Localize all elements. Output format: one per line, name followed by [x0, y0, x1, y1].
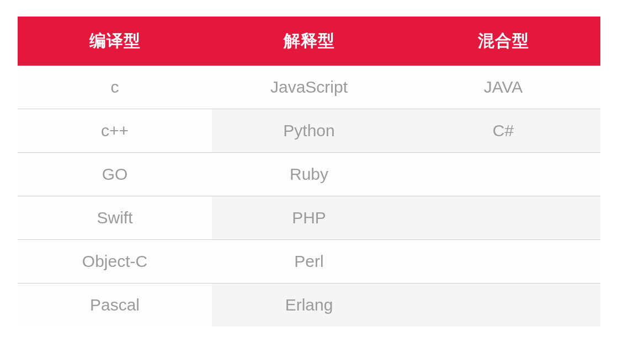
cell-interpreted: Python — [212, 109, 406, 153]
cell-interpreted: PHP — [212, 196, 406, 240]
header-hybrid: 混合型 — [406, 17, 600, 66]
cell-hybrid: JAVA — [406, 66, 600, 109]
header-interpreted: 解释型 — [212, 17, 406, 66]
table-row: c JavaScript JAVA — [18, 66, 600, 109]
cell-compiled: c — [18, 66, 212, 109]
cell-hybrid — [406, 153, 600, 196]
cell-interpreted: Erlang — [212, 283, 406, 327]
cell-hybrid — [406, 283, 600, 327]
table-row: Object-C Perl — [18, 240, 600, 283]
cell-compiled: Object-C — [18, 240, 212, 283]
cell-compiled: Swift — [18, 196, 212, 240]
table-header-row: 编译型 解释型 混合型 — [18, 17, 600, 66]
table: 编译型 解释型 混合型 c JavaScript JAVA c++ Python… — [18, 17, 600, 326]
table-row: GO Ruby — [18, 153, 600, 196]
cell-interpreted: Perl — [212, 240, 406, 283]
cell-compiled: Pascal — [18, 283, 212, 327]
cell-compiled: c++ — [18, 109, 212, 153]
cell-interpreted: Ruby — [212, 153, 406, 196]
cell-hybrid — [406, 196, 600, 240]
table-row: c++ Python C# — [18, 109, 600, 153]
cell-hybrid: C# — [406, 109, 600, 153]
language-type-table: 编译型 解释型 混合型 c JavaScript JAVA c++ Python… — [18, 17, 600, 326]
table-header: 编译型 解释型 混合型 — [18, 17, 600, 66]
header-compiled: 编译型 — [18, 17, 212, 66]
cell-interpreted: JavaScript — [212, 66, 406, 109]
table-row: Pascal Erlang — [18, 283, 600, 327]
cell-hybrid — [406, 240, 600, 283]
table-body: c JavaScript JAVA c++ Python C# GO Ruby … — [18, 66, 600, 326]
cell-compiled: GO — [18, 153, 212, 196]
table-row: Swift PHP — [18, 196, 600, 240]
